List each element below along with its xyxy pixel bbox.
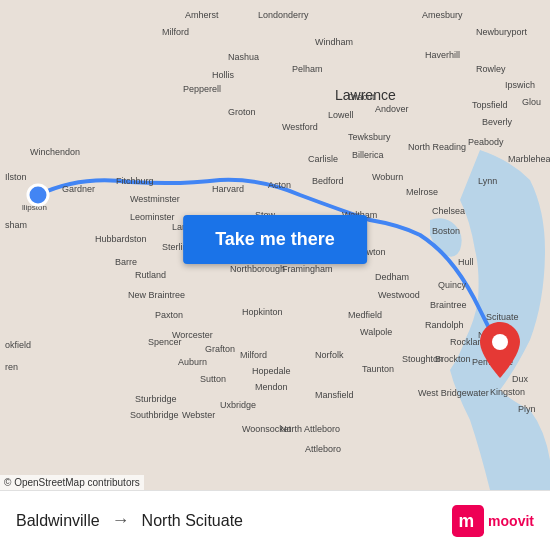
origin-label: Baldwinville: [16, 512, 100, 530]
svg-text:Amesbury: Amesbury: [422, 10, 463, 20]
svg-text:Newburyport: Newburyport: [476, 27, 528, 37]
svg-text:Paxton: Paxton: [155, 310, 183, 320]
svg-text:Leominster: Leominster: [130, 212, 175, 222]
svg-text:Scituate: Scituate: [486, 312, 519, 322]
svg-point-97: [28, 185, 48, 205]
svg-text:Gardner: Gardner: [62, 184, 95, 194]
svg-text:Uxbridge: Uxbridge: [220, 400, 256, 410]
svg-text:Southbridge: Southbridge: [130, 410, 179, 420]
svg-text:Woburn: Woburn: [372, 172, 403, 182]
svg-text:Walpole: Walpole: [360, 327, 392, 337]
svg-text:Groton: Groton: [228, 107, 256, 117]
take-me-there-button[interactable]: Take me there: [183, 215, 367, 264]
svg-text:Attleboro: Attleboro: [305, 444, 341, 454]
destination-label: North Scituate: [142, 512, 243, 530]
svg-text:Taunton: Taunton: [362, 364, 394, 374]
svg-text:Milford: Milford: [240, 350, 267, 360]
svg-text:Grafton: Grafton: [205, 344, 235, 354]
svg-text:Westwood: Westwood: [378, 290, 420, 300]
svg-text:Haverhill: Haverhill: [425, 50, 460, 60]
svg-text:Bedford: Bedford: [312, 176, 344, 186]
svg-text:Hull: Hull: [458, 257, 474, 267]
svg-text:Dedham: Dedham: [375, 272, 409, 282]
svg-text:Hopkinton: Hopkinton: [242, 307, 283, 317]
moovit-icon-svg: m: [452, 505, 484, 537]
svg-text:Glou: Glou: [522, 97, 541, 107]
svg-text:Mansfield: Mansfield: [315, 390, 354, 400]
svg-text:Braintree: Braintree: [430, 300, 467, 310]
svg-text:Harvard: Harvard: [212, 184, 244, 194]
arrow-icon: →: [112, 510, 130, 531]
svg-text:Rowley: Rowley: [476, 64, 506, 74]
map-attribution: © OpenStreetMap contributors: [0, 475, 144, 490]
svg-text:Sutton: Sutton: [200, 374, 226, 384]
svg-text:Ilston: Ilston: [5, 172, 27, 182]
svg-text:Lynn: Lynn: [478, 176, 497, 186]
svg-text:Hollis: Hollis: [212, 70, 235, 80]
svg-text:Windham: Windham: [315, 37, 353, 47]
svg-text:Andover: Andover: [375, 104, 409, 114]
svg-text:Sturbridge: Sturbridge: [135, 394, 177, 404]
svg-text:Dux: Dux: [512, 374, 529, 384]
svg-text:ren: ren: [5, 362, 18, 372]
svg-text:Milford: Milford: [162, 27, 189, 37]
map-container: Amherst Milford Londonderry Amesbury New…: [0, 0, 550, 490]
svg-text:Plyn: Plyn: [518, 404, 536, 414]
svg-text:Marblehead: Marblehead: [508, 154, 550, 164]
svg-text:Peabody: Peabody: [468, 137, 504, 147]
svg-text:Carlisle: Carlisle: [308, 154, 338, 164]
svg-text:Randolph: Randolph: [425, 320, 464, 330]
svg-text:Norfolk: Norfolk: [315, 350, 344, 360]
svg-text:Spencer: Spencer: [148, 337, 182, 347]
svg-text:Webster: Webster: [182, 410, 215, 420]
svg-text:Lowell: Lowell: [328, 110, 354, 120]
svg-text:Billerica: Billerica: [352, 150, 384, 160]
svg-text:Beverly: Beverly: [482, 117, 513, 127]
svg-text:Brockton: Brockton: [435, 354, 471, 364]
svg-text:North Reading: North Reading: [408, 142, 466, 152]
svg-text:North Attleboro: North Attleboro: [280, 424, 340, 434]
svg-text:Topsfield: Topsfield: [472, 100, 508, 110]
svg-text:Amherst: Amherst: [185, 10, 219, 20]
svg-text:Rutland: Rutland: [135, 270, 166, 280]
svg-text:Quincy: Quincy: [438, 280, 467, 290]
svg-text:Boston: Boston: [432, 226, 460, 236]
svg-text:Winchendon: Winchendon: [30, 147, 80, 157]
svg-text:Barre: Barre: [115, 257, 137, 267]
svg-text:Hubbardston: Hubbardston: [95, 234, 147, 244]
svg-text:Hopedale: Hopedale: [252, 366, 291, 376]
moovit-text: moovit: [488, 513, 534, 529]
svg-text:Medfield: Medfield: [348, 310, 382, 320]
svg-text:Kingston: Kingston: [490, 387, 525, 397]
svg-text:Pelham: Pelham: [292, 64, 323, 74]
svg-text:Melrose: Melrose: [406, 187, 438, 197]
svg-text:Mendon: Mendon: [255, 382, 288, 392]
svg-text:Auburn: Auburn: [178, 357, 207, 367]
svg-text:sham: sham: [5, 220, 27, 230]
svg-text:Fitchburg: Fitchburg: [116, 176, 154, 186]
svg-text:Northborough: Northborough: [230, 264, 285, 274]
svg-text:okfield: okfield: [5, 340, 31, 350]
svg-text:Framingham: Framingham: [282, 264, 333, 274]
svg-text:Tewksbury: Tewksbury: [348, 132, 391, 142]
svg-text:Pepperell: Pepperell: [183, 84, 221, 94]
bottom-bar: Baldwinville → North Scituate m moovit: [0, 490, 550, 550]
svg-text:Dracut: Dracut: [348, 92, 375, 102]
svg-text:Acton: Acton: [268, 180, 291, 190]
svg-text:Ipswich: Ipswich: [505, 80, 535, 90]
svg-text:Nashua: Nashua: [228, 52, 259, 62]
svg-point-98: [492, 334, 508, 350]
svg-text:Londonderry: Londonderry: [258, 10, 309, 20]
moovit-logo[interactable]: m moovit: [452, 505, 534, 537]
svg-text:West Bridgewater: West Bridgewater: [418, 388, 489, 398]
svg-text:Westford: Westford: [282, 122, 318, 132]
svg-text:m: m: [459, 511, 475, 531]
svg-text:Westminster: Westminster: [130, 194, 180, 204]
svg-text:New Braintree: New Braintree: [128, 290, 185, 300]
svg-text:Chelsea: Chelsea: [432, 206, 465, 216]
